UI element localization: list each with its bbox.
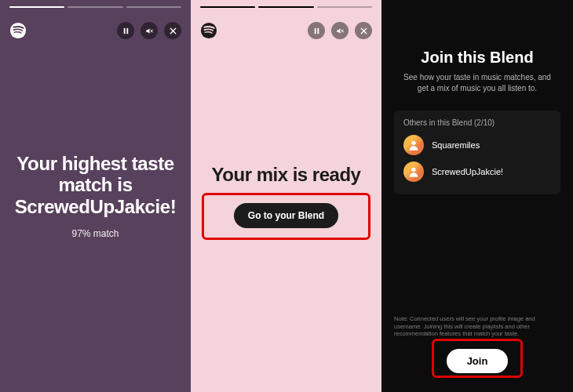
mute-button[interactable] xyxy=(141,22,158,39)
join-blend-note: Note: Connected users will see your prof… xyxy=(394,315,560,338)
story-panel-mix-ready: Your mix is ready Go to your Blend xyxy=(191,0,381,392)
join-blend-panel: Join this Blend See how your taste in mu… xyxy=(381,0,573,392)
spotify-logo-icon xyxy=(9,22,27,39)
others-in-blend-box: Others in this Blend (2/10) Squaremiles … xyxy=(394,111,560,194)
svg-point-15 xyxy=(411,168,415,172)
mix-ready-title: Your mix is ready xyxy=(212,164,361,186)
join-blend-description: See how your taste in music matches, and… xyxy=(394,72,560,93)
avatar xyxy=(403,135,424,155)
taste-match-percent: 97% match xyxy=(71,228,119,239)
join-button[interactable]: Join xyxy=(447,349,509,373)
story-panel-taste-match: Your highest taste match is ScrewedUpJak… xyxy=(0,0,191,392)
join-blend-title: Join this Blend xyxy=(394,49,560,67)
svg-point-7 xyxy=(201,23,217,38)
spotify-logo-icon xyxy=(200,22,217,39)
svg-point-0 xyxy=(10,23,26,38)
story-topbar xyxy=(191,8,381,53)
close-button[interactable] xyxy=(164,22,181,39)
blend-member-row: Squaremiles xyxy=(403,135,551,155)
svg-rect-2 xyxy=(126,27,128,33)
pause-button[interactable] xyxy=(117,22,134,39)
others-in-blend-label: Others in this Blend (2/10) xyxy=(403,118,551,127)
svg-rect-1 xyxy=(123,27,125,33)
svg-rect-9 xyxy=(317,27,319,33)
blend-member-row: ScrewedUpJakcie! xyxy=(403,162,551,182)
close-button[interactable] xyxy=(355,22,372,39)
taste-match-title: Your highest taste match is ScrewedUpJak… xyxy=(13,153,178,218)
svg-rect-8 xyxy=(314,27,316,33)
mute-button[interactable] xyxy=(331,22,349,39)
avatar xyxy=(403,162,424,182)
go-to-blend-button[interactable]: Go to your Blend xyxy=(234,203,338,228)
svg-point-14 xyxy=(411,141,415,145)
pause-button[interactable] xyxy=(308,22,325,39)
blend-member-name: ScrewedUpJakcie! xyxy=(432,167,503,176)
blend-member-name: Squaremiles xyxy=(432,140,480,150)
story-topbar xyxy=(0,8,191,53)
